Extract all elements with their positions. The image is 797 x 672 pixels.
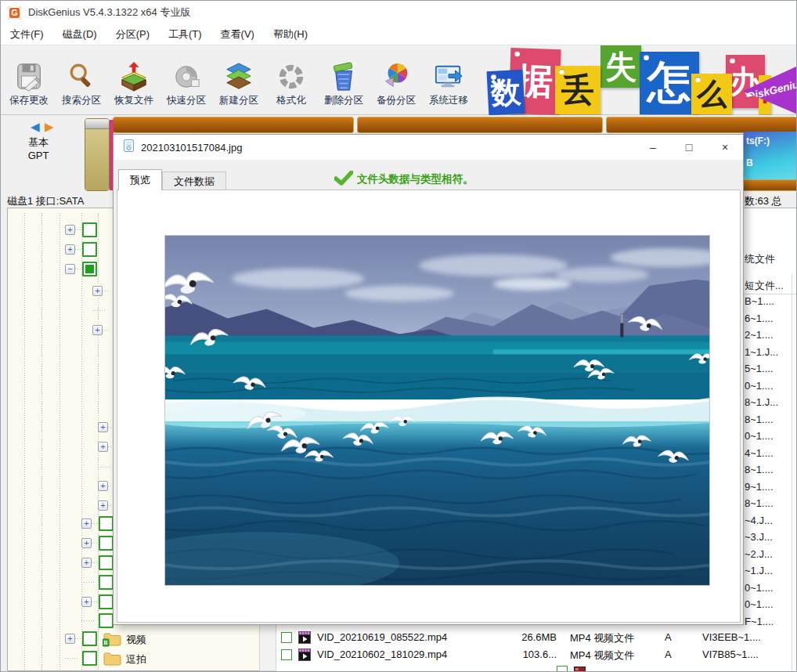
file-list-shortname-fragment[interactable]: 0~1....: [745, 580, 797, 596]
tab-filedata[interactable]: 文件数据: [162, 172, 226, 190]
tree-expand-toggle[interactable]: +: [81, 538, 92, 548]
tree-expand-toggle[interactable]: +: [81, 597, 92, 607]
toolbar-button-0[interactable]: 保存更改: [3, 48, 55, 114]
file-list-shortname-fragment[interactable]: ~4.J...: [745, 512, 797, 529]
disk-info-left: 磁盘1 接口:SATA: [7, 194, 84, 208]
file-list-shortname-fragment[interactable]: 2~1....: [745, 327, 797, 343]
tree-checkbox[interactable]: [99, 575, 114, 590]
tree-expand-toggle[interactable]: +: [65, 225, 75, 235]
partition-rect-left[interactable]: [85, 118, 110, 191]
file-checkbox[interactable]: [557, 666, 568, 672]
file-checkbox[interactable]: [281, 649, 292, 660]
tree-checkbox[interactable]: [99, 594, 114, 609]
file-checkbox[interactable]: [281, 632, 292, 643]
status-text: 文件头数据与类型相符。: [357, 172, 474, 186]
toolbar-button-4[interactable]: 新建分区: [213, 48, 265, 114]
toolbar-button-label: 格式化: [265, 94, 317, 107]
tree-checkbox[interactable]: [82, 222, 97, 237]
menu-item-1[interactable]: 磁盘(D): [53, 24, 106, 45]
toolbar-button-label: 系统迁移: [423, 94, 474, 107]
diskgenius-logo-icon: G: [8, 6, 21, 20]
toolbar-button-8[interactable]: 系统迁移: [423, 48, 474, 114]
partition-rect-brown-right[interactable]: [743, 179, 797, 191]
file-list-shortname-fragment[interactable]: 0~1....: [745, 378, 797, 394]
partition-rect-brown-1[interactable]: [113, 117, 354, 133]
tree-checkbox[interactable]: [82, 242, 97, 257]
file-list-shortname-fragment[interactable]: 6~1....: [745, 310, 797, 327]
pushpin-icon: [491, 74, 496, 80]
tree-expand-toggle[interactable]: +: [98, 422, 108, 432]
menu-item-4[interactable]: 查看(V): [211, 24, 264, 45]
file-row-partial[interactable]: [552, 663, 796, 672]
menu-item-3[interactable]: 工具(T): [159, 24, 211, 45]
toolbar-button-3[interactable]: 快速分区: [160, 48, 212, 114]
folder-video-icon: [103, 632, 121, 650]
tree-expand-toggle[interactable]: +: [98, 481, 108, 491]
video-file-icon: [298, 631, 311, 646]
next-disk-arrow-icon[interactable]: ▶: [45, 120, 54, 134]
file-list-shortname-fragment[interactable]: 5~1....: [745, 360, 797, 377]
file-list-shortname-fragment[interactable]: 0~1....: [745, 596, 797, 612]
save-icon: [3, 48, 55, 92]
tree-expand-toggle[interactable]: +: [98, 500, 108, 511]
tree-connector: [75, 269, 81, 269]
dialog-titlebar[interactable]: 202103101517084.jpg – □ ×: [114, 135, 743, 160]
file-list-shortname-fragment[interactable]: ~3.J...: [745, 529, 797, 545]
file-list-shortname-fragment[interactable]: F~1....: [745, 613, 797, 630]
file-list-shortname-fragment[interactable]: 9~1....: [745, 479, 797, 495]
tree-item-label[interactable]: 视频: [126, 633, 146, 647]
promo-banner[interactable]: 据失丢数怎办么!DiskGeniu: [486, 45, 797, 115]
menu-item-0[interactable]: 文件(F): [1, 24, 53, 45]
file-list-shortname-fragment[interactable]: 1~1.J...: [745, 344, 797, 360]
menu-item-2[interactable]: 分区(P): [106, 24, 159, 45]
toolbar-button-6[interactable]: 删除分区: [318, 48, 370, 114]
partition-rect-brown-2[interactable]: [357, 117, 603, 133]
maximize-button[interactable]: □: [671, 135, 707, 160]
preview-dialog: 202103101517084.jpg – □ × 预览 文件数据 文件头数据与…: [113, 134, 744, 625]
toolbar-button-7[interactable]: 备份分区: [370, 48, 422, 114]
tree-expand-toggle[interactable]: +: [65, 634, 75, 644]
tree-checkbox[interactable]: [99, 555, 114, 570]
toolbar-button-5[interactable]: 格式化: [265, 48, 317, 114]
file-list-shortname-fragment[interactable]: ~1.J...: [745, 562, 797, 579]
pushpin-icon: [644, 55, 649, 60]
file-list-shortname-fragment[interactable]: 8~1....: [745, 495, 797, 511]
tree-checkbox[interactable]: [82, 631, 97, 646]
file-list-shortname-fragment[interactable]: 8~1.J...: [745, 394, 797, 410]
menu-item-5[interactable]: 帮助(H): [264, 24, 317, 45]
tree-expand-toggle[interactable]: +: [65, 244, 75, 255]
file-row-1[interactable]: VID_20210602_181029.mp4103.6...MP4 视频文件A…: [276, 647, 796, 663]
tree-connector: [103, 330, 109, 331]
tab-preview[interactable]: 预览: [118, 169, 162, 190]
toolbar-button-2[interactable]: 恢复文件: [108, 48, 160, 114]
file-list-shortname-fragment[interactable]: 8~1....: [745, 461, 797, 478]
toolbar-button-1[interactable]: 搜索分区: [56, 48, 107, 114]
minimize-button[interactable]: –: [635, 135, 671, 160]
tree-connector: [75, 229, 81, 230]
file-list-shortname-fragment[interactable]: B~1....: [745, 293, 797, 309]
tree-expand-toggle[interactable]: +: [81, 518, 92, 529]
tree-checkbox[interactable]: [82, 651, 97, 666]
file-row-0[interactable]: VID_20210619_085522.mp426.6MBMP4 视频文件AVI…: [276, 630, 796, 646]
tree-checkbox[interactable]: [99, 516, 114, 531]
tree-item-18: 逗拍: [8, 650, 258, 667]
tree-item-label[interactable]: 逗拍: [126, 652, 146, 667]
file-attr: A: [665, 631, 672, 643]
file-list-shortname-fragment[interactable]: ~2.J...: [745, 546, 797, 562]
dialog-title: 202103101517084.jpg: [141, 142, 242, 154]
file-list-shortname-fragment[interactable]: 0~1....: [745, 428, 797, 444]
tree-expand-toggle[interactable]: +: [98, 442, 108, 452]
tree-collapse-toggle[interactable]: −: [65, 264, 75, 274]
tree-checkbox[interactable]: [82, 262, 97, 276]
tree-expand-toggle[interactable]: +: [92, 286, 103, 296]
file-list-shortname-fragment[interactable]: 8~1....: [745, 411, 797, 428]
partition-rect-f-drive[interactable]: ts(F:) B: [743, 132, 797, 179]
file-list-shortname-fragment[interactable]: 4~1....: [745, 445, 797, 461]
partition-rect-brown-3[interactable]: [606, 117, 797, 133]
tree-expand-toggle[interactable]: +: [92, 325, 103, 335]
tree-checkbox[interactable]: [99, 536, 114, 551]
close-button[interactable]: ×: [707, 135, 743, 160]
tree-expand-toggle[interactable]: +: [81, 558, 92, 568]
tree-checkbox[interactable]: [99, 613, 114, 628]
prev-disk-arrow-icon[interactable]: ◀: [31, 120, 40, 134]
